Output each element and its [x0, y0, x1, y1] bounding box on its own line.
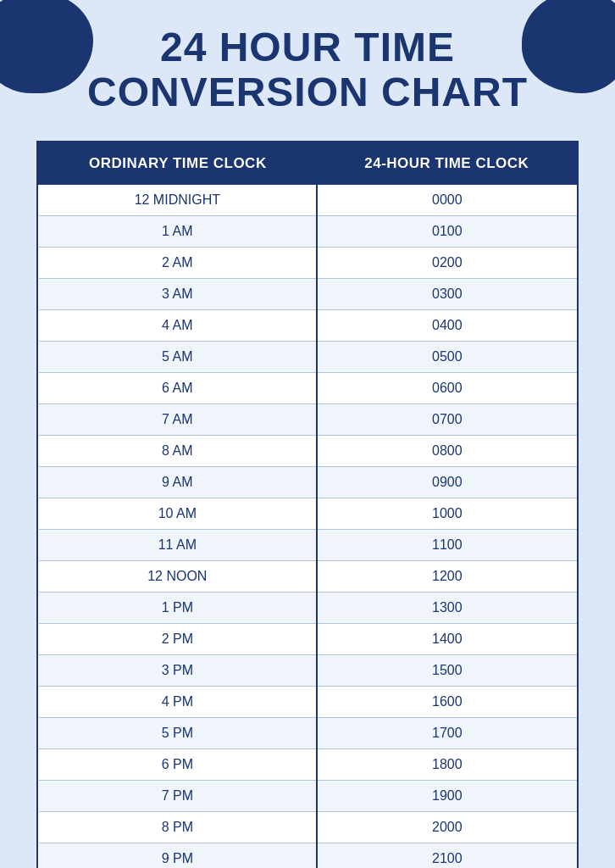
- table-row: 8 AM0800: [39, 435, 577, 466]
- cell-military: 1400: [317, 623, 576, 654]
- cell-ordinary: 3 AM: [39, 278, 318, 309]
- cell-ordinary: 9 PM: [39, 843, 318, 868]
- cell-military: 0500: [317, 341, 576, 372]
- cell-ordinary: 10 AM: [39, 498, 318, 529]
- conversion-table: ORDINARY TIME CLOCK 24-HOUR TIME CLOCK 1…: [38, 142, 577, 868]
- cell-military: 1500: [317, 654, 576, 686]
- cell-military: 0700: [317, 403, 576, 435]
- cell-ordinary: 4 AM: [39, 309, 318, 341]
- cell-ordinary: 12 NOON: [39, 560, 318, 592]
- cell-ordinary: 9 AM: [39, 466, 318, 498]
- cell-ordinary: 2 PM: [39, 623, 318, 654]
- table-row: 7 AM0700: [39, 403, 577, 435]
- cell-ordinary: 4 PM: [39, 686, 318, 717]
- table-row: 1 AM0100: [39, 215, 577, 247]
- main-title: 24 HOUR TIME CONVERSION CHART: [87, 25, 528, 115]
- table-row: 12 NOON1200: [39, 560, 577, 592]
- cell-ordinary: 6 PM: [39, 748, 318, 780]
- table-row: 3 AM0300: [39, 278, 577, 309]
- title-line1: 24 HOUR TIME: [160, 25, 455, 70]
- cell-ordinary: 2 AM: [39, 247, 318, 278]
- cell-military: 0000: [317, 184, 576, 215]
- cell-military: 1800: [317, 748, 576, 780]
- cell-ordinary: 7 PM: [39, 780, 318, 811]
- cell-military: 0100: [317, 215, 576, 247]
- table-row: 1 PM1300: [39, 592, 577, 623]
- table-row: 9 AM0900: [39, 466, 577, 498]
- cell-military: 1000: [317, 498, 576, 529]
- table-row: 2 PM1400: [39, 623, 577, 654]
- table-row: 8 PM2000: [39, 811, 577, 843]
- page-wrapper: 24 HOUR TIME CONVERSION CHART ORDINARY T…: [0, 0, 615, 868]
- cell-military: 1300: [317, 592, 576, 623]
- cell-ordinary: 5 AM: [39, 341, 318, 372]
- table-row: 9 PM2100: [39, 843, 577, 868]
- col-header-ordinary: ORDINARY TIME CLOCK: [39, 142, 318, 184]
- table-row: 2 AM0200: [39, 247, 577, 278]
- cell-military: 0600: [317, 372, 576, 403]
- cell-military: 0800: [317, 435, 576, 466]
- cell-ordinary: 1 PM: [39, 592, 318, 623]
- cell-military: 1700: [317, 717, 576, 748]
- table-row: 5 PM1700: [39, 717, 577, 748]
- cell-ordinary: 12 MIDNIGHT: [39, 184, 318, 215]
- table-row: 4 PM1600: [39, 686, 577, 717]
- title-section: 24 HOUR TIME CONVERSION CHART: [53, 25, 562, 115]
- table-row: 12 MIDNIGHT0000: [39, 184, 577, 215]
- col-header-military: 24-HOUR TIME CLOCK: [317, 142, 576, 184]
- table-row: 4 AM0400: [39, 309, 577, 341]
- cell-military: 2000: [317, 811, 576, 843]
- cell-ordinary: 11 AM: [39, 529, 318, 560]
- table-row: 6 PM1800: [39, 748, 577, 780]
- table-row: 3 PM1500: [39, 654, 577, 686]
- table-row: 6 AM0600: [39, 372, 577, 403]
- cell-ordinary: 5 PM: [39, 717, 318, 748]
- cell-ordinary: 7 AM: [39, 403, 318, 435]
- table-header-row: ORDINARY TIME CLOCK 24-HOUR TIME CLOCK: [39, 142, 577, 184]
- cell-ordinary: 8 PM: [39, 811, 318, 843]
- title-line2: CONVERSION CHART: [87, 70, 528, 114]
- cell-military: 1200: [317, 560, 576, 592]
- table-row: 11 AM1100: [39, 529, 577, 560]
- cell-ordinary: 6 AM: [39, 372, 318, 403]
- cell-ordinary: 3 PM: [39, 654, 318, 686]
- cell-military: 0200: [317, 247, 576, 278]
- cell-military: 1900: [317, 780, 576, 811]
- table-row: 5 AM0500: [39, 341, 577, 372]
- cell-ordinary: 1 AM: [39, 215, 318, 247]
- cell-military: 0900: [317, 466, 576, 498]
- cell-military: 2100: [317, 843, 576, 868]
- cell-military: 1100: [317, 529, 576, 560]
- cell-ordinary: 8 AM: [39, 435, 318, 466]
- cell-military: 0400: [317, 309, 576, 341]
- table-body: 12 MIDNIGHT00001 AM01002 AM02003 AM03004…: [39, 184, 577, 868]
- cell-military: 1600: [317, 686, 576, 717]
- conversion-table-container: ORDINARY TIME CLOCK 24-HOUR TIME CLOCK 1…: [36, 141, 579, 868]
- cell-military: 0300: [317, 278, 576, 309]
- table-row: 7 PM1900: [39, 780, 577, 811]
- table-row: 10 AM1000: [39, 498, 577, 529]
